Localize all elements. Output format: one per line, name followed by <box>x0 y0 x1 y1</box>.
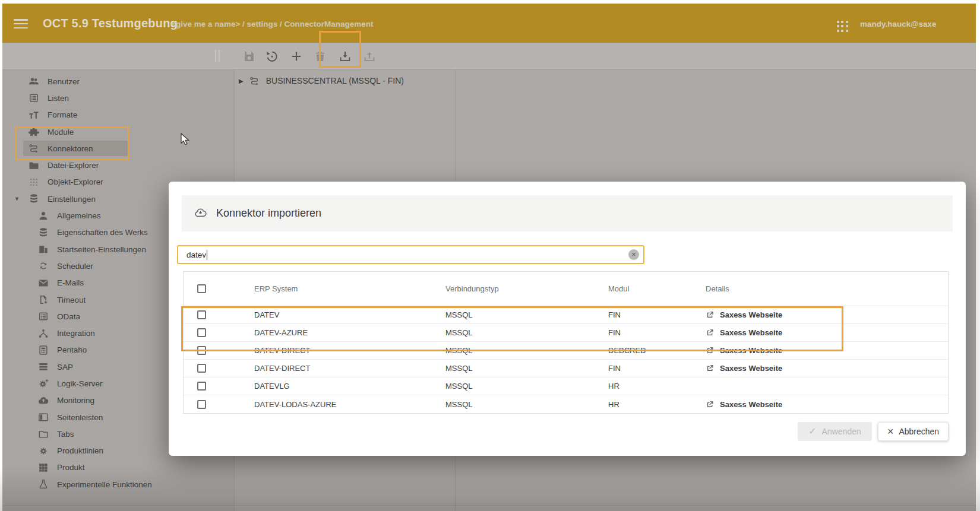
sidebar-item-label: Scheduler <box>57 262 93 271</box>
cell-modul: HR <box>608 395 706 413</box>
toolbar-save-icon <box>242 49 256 64</box>
breadcrumb: <give me a name> / settings / ConnectorM… <box>171 20 374 28</box>
sidepanel-icon <box>37 411 49 423</box>
sidebar-item-label: Module <box>48 128 74 137</box>
table-row[interactable]: DATEV-LODAS-AZUREMSSQLHRSaxess Webseite <box>184 395 948 413</box>
details-link[interactable]: Saxess Webseite <box>720 364 782 373</box>
sidebar-item-label: OData <box>57 312 80 321</box>
cell-modul: DEBCRED <box>608 342 706 359</box>
row-checkbox-cell <box>184 360 254 377</box>
cell-details: Saxess Webseite <box>706 324 948 341</box>
content-bottom-divider <box>2 505 976 506</box>
apps-grid-icon[interactable] <box>837 21 848 32</box>
cell-erp-system: DATEV <box>254 306 445 323</box>
column-header-modul: Modul <box>608 272 706 306</box>
cell-verbindungstyp: MSSQL <box>445 395 608 413</box>
details-link[interactable]: Saxess Webseite <box>720 400 782 409</box>
table-row[interactable]: DATEV-DIRECTMSSQLDEBCREDSaxess Webseite <box>184 342 948 360</box>
gear-icon <box>37 445 49 457</box>
connector-tree-label: BUSINESSCENTRAL (MSSQL - FIN) <box>266 76 404 85</box>
connector-tree-item[interactable]: ▶ BUSINESSCENTRAL (MSSQL - FIN) <box>239 74 404 88</box>
toolbar-restore-icon[interactable] <box>264 49 279 64</box>
sidebar-item-listen[interactable]: Listen <box>2 90 233 106</box>
table-row[interactable]: DATEV-DIRECTMSSQLFINSaxess Webseite <box>184 360 948 377</box>
app-title: OCT 5.9 Testumgebung <box>43 17 178 30</box>
search-input[interactable] <box>178 246 643 263</box>
cell-details: Saxess Webseite <box>706 360 948 377</box>
sidebar-item-datei-explorer[interactable]: Datei-Explorer <box>2 157 233 173</box>
menu-icon[interactable] <box>14 19 28 29</box>
close-icon: × <box>887 426 894 437</box>
cell-modul: FIN <box>608 360 706 377</box>
select-all-checkbox[interactable] <box>197 284 206 293</box>
toolbar-add-icon[interactable] <box>289 49 304 64</box>
details-link[interactable]: Saxess Webseite <box>720 346 782 355</box>
row-checkbox[interactable] <box>197 310 206 319</box>
header-checkbox-cell <box>184 272 254 306</box>
toolbar-drag-handle[interactable] <box>215 50 220 62</box>
sidebar-item-label: Benutzer <box>48 77 80 86</box>
cell-erp-system: DATEV-DIRECT <box>254 342 445 359</box>
sidebar-item-benutzer[interactable]: Benutzer <box>2 73 233 90</box>
sidebar-item-label: Eigenschaften des Werks <box>57 228 148 237</box>
sidebar-item-label: Seitenleisten <box>57 413 103 422</box>
user-email[interactable]: mandy.hauck@saxe <box>860 20 936 28</box>
tree-expand-icon[interactable]: ▶ <box>239 78 244 84</box>
sidebar-item-label: Allgemeines <box>57 211 101 220</box>
details-link[interactable]: Saxess Webseite <box>720 328 782 337</box>
toolbar-import-icon[interactable] <box>338 49 352 64</box>
sidebar-item-label: Experimentelle Funktionen <box>57 480 152 489</box>
sidebar-item-experimentelle-funktionen[interactable]: Experimentelle Funktionen <box>2 476 233 493</box>
sidebar-item-label: Tabs <box>57 430 74 439</box>
tab-icon <box>37 428 49 440</box>
cell-details-empty <box>706 377 948 395</box>
external-link-icon <box>706 400 715 409</box>
dialog-title: Konnektor importieren <box>216 207 321 220</box>
cell-modul: FIN <box>608 306 706 323</box>
sidebar-item-formate[interactable]: Formate <box>2 107 233 123</box>
table-row[interactable]: DATEVMSSQLFINSaxess Webseite <box>184 306 948 324</box>
table-row[interactable]: DATEVLGMSSQLHR <box>184 377 948 395</box>
apply-button[interactable]: ✓ Anwenden <box>798 422 872 441</box>
sidebar-item-label: Datei-Explorer <box>48 161 99 170</box>
cell-details: Saxess Webseite <box>706 306 948 323</box>
docgear-icon <box>37 294 49 306</box>
expand-caret-icon[interactable]: ▼ <box>14 196 20 202</box>
row-checkbox[interactable] <box>197 382 206 391</box>
connector-icon <box>249 75 260 87</box>
cancel-button[interactable]: × Abbrechen <box>878 422 949 441</box>
row-checkbox-cell <box>184 342 254 359</box>
sidebar-item-module[interactable]: Module <box>2 123 233 140</box>
clear-search-icon[interactable]: × <box>628 249 639 260</box>
users-icon <box>28 75 40 87</box>
row-checkbox-cell <box>184 377 254 395</box>
cell-modul: HR <box>608 377 706 395</box>
network-icon <box>37 328 49 339</box>
external-link-icon <box>706 310 715 319</box>
column-header-details: Details <box>706 272 948 306</box>
sidebar-item-konnektoren[interactable]: Konnektoren <box>2 140 233 157</box>
cell-erp-system: DATEV-AZURE <box>254 324 445 341</box>
row-checkbox[interactable] <box>197 346 206 355</box>
text-caret <box>207 250 207 260</box>
apply-button-label: Anwenden <box>822 427 861 436</box>
row-checkbox[interactable] <box>197 400 206 409</box>
sidebar-item-label: Konnektoren <box>48 144 93 153</box>
row-checkbox[interactable] <box>197 364 206 373</box>
dotgrid-icon <box>28 176 40 188</box>
column-header-erp-system: ERP System <box>254 272 445 306</box>
sidebar-item-label: Integration <box>57 329 95 338</box>
row-checkbox[interactable] <box>197 328 206 337</box>
sidebar-item-produkt[interactable]: Produkt <box>2 459 233 476</box>
sidebar-item-label: Logik-Server <box>57 379 103 388</box>
sidebar-item-label: Formate <box>48 110 77 119</box>
cell-details: Saxess Webseite <box>706 395 948 413</box>
cloud-import-icon <box>194 207 207 220</box>
gearplus-icon <box>37 377 49 389</box>
table-header-row: ERP SystemVerbindungstypModulDetails <box>184 272 948 306</box>
cancel-button-label: Abbrechen <box>899 427 939 436</box>
details-link[interactable]: Saxess Webseite <box>720 310 782 319</box>
cell-verbindungstyp: MSSQL <box>445 342 608 359</box>
table-row[interactable]: DATEV-AZUREMSSQLFINSaxess Webseite <box>184 324 948 342</box>
database-icon <box>37 227 49 239</box>
